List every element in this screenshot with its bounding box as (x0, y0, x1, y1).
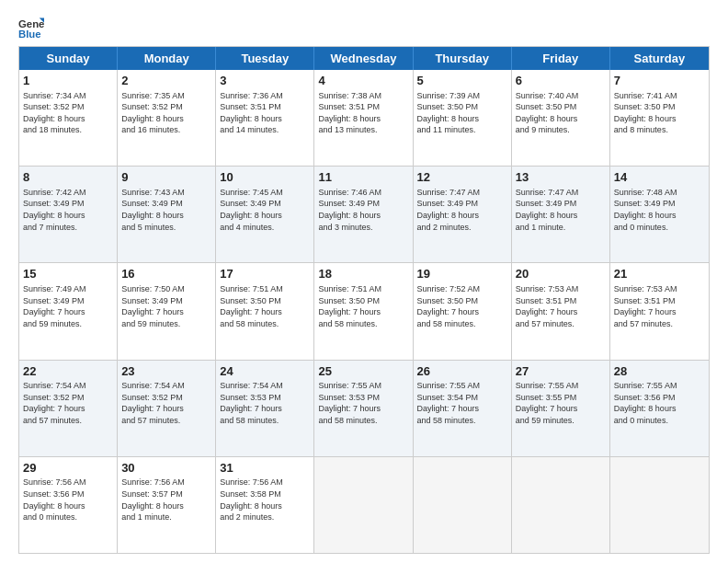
calendar-cell (512, 457, 610, 553)
header: General Blue (18, 15, 710, 40)
day-number: 10 (220, 169, 310, 186)
calendar-cell: 29Sunrise: 7:56 AMSunset: 3:56 PMDayligh… (19, 457, 118, 553)
cell-info: Sunrise: 7:54 AMSunset: 3:52 PMDaylight:… (23, 380, 113, 426)
calendar-cell: 17Sunrise: 7:51 AMSunset: 3:50 PMDayligh… (216, 263, 314, 359)
day-number: 29 (23, 460, 113, 477)
day-number: 16 (121, 266, 211, 282)
cell-info: Sunrise: 7:54 AMSunset: 3:53 PMDaylight:… (220, 380, 310, 426)
calendar-cell: 22Sunrise: 7:54 AMSunset: 3:52 PMDayligh… (19, 361, 118, 456)
calendar-row: 8Sunrise: 7:42 AMSunset: 3:49 PMDaylight… (19, 167, 709, 263)
day-number: 4 (318, 73, 408, 89)
cell-info: Sunrise: 7:50 AMSunset: 3:49 PMDaylight:… (121, 283, 211, 329)
day-number: 20 (516, 266, 606, 282)
weekday-header: Sunday (19, 47, 118, 70)
calendar-cell: 11Sunrise: 7:46 AMSunset: 3:49 PMDayligh… (314, 167, 413, 262)
calendar-cell: 12Sunrise: 7:47 AMSunset: 3:49 PMDayligh… (414, 167, 512, 262)
calendar-cell: 1Sunrise: 7:34 AMSunset: 3:52 PMDaylight… (19, 70, 118, 166)
calendar-cell: 23Sunrise: 7:54 AMSunset: 3:52 PMDayligh… (118, 361, 216, 456)
day-number: 31 (220, 460, 310, 477)
cell-info: Sunrise: 7:51 AMSunset: 3:50 PMDaylight:… (318, 283, 408, 329)
weekday-header: Monday (118, 47, 216, 70)
calendar-cell: 19Sunrise: 7:52 AMSunset: 3:50 PMDayligh… (414, 263, 512, 359)
calendar-cell: 7Sunrise: 7:41 AMSunset: 3:50 PMDaylight… (610, 70, 709, 166)
calendar-cell: 13Sunrise: 7:47 AMSunset: 3:49 PMDayligh… (512, 167, 610, 262)
day-number: 1 (23, 73, 113, 89)
cell-info: Sunrise: 7:38 AMSunset: 3:51 PMDaylight:… (318, 90, 408, 136)
calendar-cell: 26Sunrise: 7:55 AMSunset: 3:54 PMDayligh… (414, 361, 512, 456)
cell-info: Sunrise: 7:42 AMSunset: 3:49 PMDaylight:… (23, 187, 113, 233)
calendar-body: 1Sunrise: 7:34 AMSunset: 3:52 PMDaylight… (19, 70, 709, 553)
calendar-cell: 5Sunrise: 7:39 AMSunset: 3:50 PMDaylight… (414, 70, 512, 166)
cell-info: Sunrise: 7:56 AMSunset: 3:57 PMDaylight:… (121, 477, 211, 523)
cell-info: Sunrise: 7:55 AMSunset: 3:56 PMDaylight:… (614, 380, 705, 426)
cell-info: Sunrise: 7:43 AMSunset: 3:49 PMDaylight:… (121, 187, 211, 233)
cell-info: Sunrise: 7:36 AMSunset: 3:51 PMDaylight:… (220, 90, 310, 136)
cell-info: Sunrise: 7:40 AMSunset: 3:50 PMDaylight:… (516, 90, 606, 136)
day-number: 28 (614, 363, 705, 380)
day-number: 23 (121, 363, 211, 380)
day-number: 8 (23, 169, 113, 186)
calendar-cell: 15Sunrise: 7:49 AMSunset: 3:49 PMDayligh… (19, 263, 118, 359)
cell-info: Sunrise: 7:53 AMSunset: 3:51 PMDaylight:… (614, 283, 705, 329)
weekday-header: Tuesday (216, 47, 314, 70)
cell-info: Sunrise: 7:55 AMSunset: 3:54 PMDaylight:… (417, 380, 507, 426)
day-number: 12 (417, 169, 507, 186)
cell-info: Sunrise: 7:56 AMSunset: 3:56 PMDaylight:… (23, 477, 113, 523)
day-number: 27 (516, 363, 606, 380)
day-number: 22 (23, 363, 113, 380)
day-number: 25 (318, 363, 408, 380)
weekday-header: Thursday (414, 47, 512, 70)
cell-info: Sunrise: 7:49 AMSunset: 3:49 PMDaylight:… (23, 283, 113, 329)
cell-info: Sunrise: 7:47 AMSunset: 3:49 PMDaylight:… (417, 187, 507, 233)
logo-icon: General Blue (18, 15, 44, 40)
day-number: 30 (121, 460, 211, 477)
day-number: 5 (417, 73, 507, 89)
day-number: 18 (318, 266, 408, 282)
cell-info: Sunrise: 7:39 AMSunset: 3:50 PMDaylight:… (417, 90, 507, 136)
cell-info: Sunrise: 7:46 AMSunset: 3:49 PMDaylight:… (318, 187, 408, 233)
calendar-cell: 24Sunrise: 7:54 AMSunset: 3:53 PMDayligh… (216, 361, 314, 456)
cell-info: Sunrise: 7:45 AMSunset: 3:49 PMDaylight:… (220, 187, 310, 233)
day-number: 17 (220, 266, 310, 282)
calendar-cell: 20Sunrise: 7:53 AMSunset: 3:51 PMDayligh… (512, 263, 610, 359)
calendar-cell: 21Sunrise: 7:53 AMSunset: 3:51 PMDayligh… (610, 263, 709, 359)
calendar-cell: 14Sunrise: 7:48 AMSunset: 3:49 PMDayligh… (610, 167, 709, 262)
day-number: 2 (121, 73, 211, 89)
calendar-cell: 18Sunrise: 7:51 AMSunset: 3:50 PMDayligh… (314, 263, 413, 359)
cell-info: Sunrise: 7:47 AMSunset: 3:49 PMDaylight:… (516, 187, 606, 233)
cell-info: Sunrise: 7:55 AMSunset: 3:53 PMDaylight:… (318, 380, 408, 426)
day-number: 9 (121, 169, 211, 186)
cell-info: Sunrise: 7:41 AMSunset: 3:50 PMDaylight:… (614, 90, 705, 136)
calendar-row: 29Sunrise: 7:56 AMSunset: 3:56 PMDayligh… (19, 457, 709, 553)
calendar: SundayMondayTuesdayWednesdayThursdayFrid… (18, 46, 710, 554)
calendar-cell: 30Sunrise: 7:56 AMSunset: 3:57 PMDayligh… (118, 457, 216, 553)
day-number: 21 (614, 266, 705, 282)
svg-text:Blue: Blue (18, 29, 41, 40)
calendar-cell: 10Sunrise: 7:45 AMSunset: 3:49 PMDayligh… (216, 167, 314, 262)
page: General Blue SundayMondayTuesdayWednesda… (0, 0, 728, 563)
calendar-cell: 8Sunrise: 7:42 AMSunset: 3:49 PMDaylight… (19, 167, 118, 262)
calendar-cell (314, 457, 413, 553)
day-number: 14 (614, 169, 705, 186)
cell-info: Sunrise: 7:56 AMSunset: 3:58 PMDaylight:… (220, 477, 310, 523)
weekday-header: Wednesday (314, 47, 413, 70)
calendar-header: SundayMondayTuesdayWednesdayThursdayFrid… (19, 47, 709, 70)
day-number: 19 (417, 266, 507, 282)
calendar-cell: 25Sunrise: 7:55 AMSunset: 3:53 PMDayligh… (314, 361, 413, 456)
cell-info: Sunrise: 7:53 AMSunset: 3:51 PMDaylight:… (516, 283, 606, 329)
day-number: 13 (516, 169, 606, 186)
day-number: 24 (220, 363, 310, 380)
calendar-cell: 6Sunrise: 7:40 AMSunset: 3:50 PMDaylight… (512, 70, 610, 166)
weekday-header: Friday (512, 47, 610, 70)
cell-info: Sunrise: 7:35 AMSunset: 3:52 PMDaylight:… (121, 90, 211, 136)
calendar-cell (414, 457, 512, 553)
calendar-row: 15Sunrise: 7:49 AMSunset: 3:49 PMDayligh… (19, 263, 709, 360)
calendar-cell: 27Sunrise: 7:55 AMSunset: 3:55 PMDayligh… (512, 361, 610, 456)
calendar-cell: 3Sunrise: 7:36 AMSunset: 3:51 PMDaylight… (216, 70, 314, 166)
cell-info: Sunrise: 7:55 AMSunset: 3:55 PMDaylight:… (516, 380, 606, 426)
day-number: 6 (516, 73, 606, 89)
weekday-header: Saturday (610, 47, 709, 70)
cell-info: Sunrise: 7:54 AMSunset: 3:52 PMDaylight:… (121, 380, 211, 426)
logo: General Blue (18, 15, 44, 40)
day-number: 15 (23, 266, 113, 282)
